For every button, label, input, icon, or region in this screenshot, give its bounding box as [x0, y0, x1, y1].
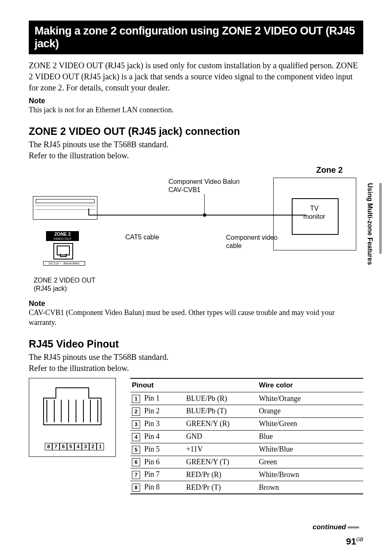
table-header-row: Pinout Wire color	[130, 378, 363, 392]
pin-label: Pin 8	[144, 483, 160, 491]
subheading-connection: ZONE 2 VIDEO OUT (RJ45 jack) connection	[29, 125, 363, 137]
component-cable-label-l2: cable	[226, 242, 242, 249]
cell-signal: RED/Pr (R)	[184, 468, 257, 481]
note-heading-2: Note	[29, 299, 363, 308]
jack-pin-num: 7	[52, 443, 60, 450]
component-cable-label-l1: Component video	[226, 234, 277, 241]
cell-wirecolor: White/Brown	[257, 468, 363, 481]
pin-label: Pin 6	[144, 458, 160, 466]
subheading-pinout: RJ45 Video Pinout	[29, 338, 363, 350]
pin-label: Pin 2	[144, 407, 160, 415]
balun-label-l2: CAV-CVB1	[168, 186, 201, 193]
rj45-port-icon	[53, 243, 73, 259]
th-wirecolor: Wire color	[257, 378, 363, 392]
jack-pin-numbers: 8 7 6 5 4 3 2 1	[45, 443, 104, 450]
note-heading-1: Note	[29, 97, 363, 105]
cell-pin: 8Pin 8	[130, 481, 184, 494]
page-number: 91GB	[346, 536, 363, 547]
pin-label: Pin 5	[144, 445, 160, 453]
page-number-value: 91	[346, 536, 356, 547]
cell-wirecolor: White/Orange	[257, 392, 363, 405]
cell-signal: GREEN/Y (T)	[184, 456, 257, 468]
table-row: 8Pin 8RED/Pr (T)Brown	[130, 481, 363, 494]
cell-wirecolor: White/Blue	[257, 443, 363, 456]
pin-number-box: 4	[132, 433, 140, 441]
jack-pin-num: 5	[67, 443, 74, 450]
table-row: 4Pin 4GNDBlue	[130, 430, 363, 443]
cell-wirecolor: Brown	[257, 481, 363, 494]
dc-rating-label: DC11V ⎓ 30mA MAX	[43, 261, 85, 266]
pin-label: Pin 3	[144, 419, 160, 428]
note-body-1: This jack is not for an Ethernet LAN con…	[29, 105, 363, 115]
connection-text-1: The RJ45 pinouts use the T568B standard.	[29, 139, 363, 150]
component-cable-label: Component video cable	[226, 234, 277, 250]
connection-text-2: Refer to the illustration below.	[29, 150, 363, 161]
cell-signal: +11V	[184, 443, 257, 456]
cell-pin: 7Pin 7	[130, 468, 184, 481]
cell-pin: 3Pin 3	[130, 417, 184, 430]
cell-signal: GREEN/Y (R)	[184, 417, 257, 430]
jack-pin-num: 2	[89, 443, 97, 450]
pin-number-box: 2	[132, 408, 140, 416]
pin-number-box: 7	[132, 471, 140, 479]
cell-pin: 6Pin 6	[130, 456, 184, 468]
pinout-content-row: 8 7 6 5 4 3 2 1 Pinout Wire color 1Pin 1…	[29, 378, 363, 494]
jack-pin-num: 1	[97, 443, 104, 450]
table-row: 5Pin 5+11VWhite/Blue	[130, 443, 363, 456]
jack-pin-num: 3	[82, 443, 89, 450]
tv-monitor-label: TV monitor	[292, 204, 337, 221]
connection-diagram: Zone 2 Component Video Balun CAV-CVB1 ZO…	[29, 165, 363, 297]
cell-pin: 4Pin 4	[130, 430, 184, 443]
cell-pin: 5Pin 5	[130, 443, 184, 456]
pin-label: Pin 4	[144, 432, 160, 440]
pinout-table: Pinout Wire color 1Pin 1BLUE/Pb (R)White…	[130, 378, 363, 494]
zone2-video-out-caption: ZONE 2 VIDEO OUT (RJ45 jack)	[34, 276, 95, 293]
pin-number-box: 8	[132, 484, 140, 492]
table-row: 7Pin 7RED/Pr (R)White/Brown	[130, 468, 363, 481]
table-row: 6Pin 6GREEN/Y (T)Green	[130, 456, 363, 468]
page-title: Making a zone 2 configuration using ZONE…	[35, 25, 357, 50]
continued-indicator: continued	[313, 523, 359, 531]
pin-label: Pin 7	[144, 470, 160, 478]
section-title-vertical: Using Multi-zone Features	[366, 183, 374, 265]
zone2-port-label-top: ZONE 2	[46, 231, 79, 237]
cell-pin: 1Pin 1	[130, 392, 184, 405]
balun-label: Component Video Balun CAV-CVB1	[168, 178, 240, 194]
zone2-out-l1: ZONE 2 VIDEO OUT	[34, 277, 95, 284]
side-tab-indicator	[379, 183, 382, 254]
jack-pin-num: 8	[45, 443, 52, 450]
cell-signal: RED/Pr (T)	[184, 481, 257, 494]
receiver-rear-panel	[33, 196, 97, 220]
cell-wirecolor: Blue	[257, 430, 363, 443]
balun-leader-line	[204, 194, 205, 215]
pin-label: Pin 1	[144, 394, 160, 402]
page-number-suffix: GB	[356, 537, 363, 542]
cell-signal: BLUE/Pb (T)	[184, 405, 257, 418]
receiver-illustration: ZONE 2 VIDEO OUT DC11V ⎓ 30mA MAX	[33, 196, 97, 260]
tv-label-l1: TV	[310, 205, 318, 212]
table-row: 3Pin 3GREEN/Y (R)White/Green	[130, 417, 363, 430]
jack-pin-num: 6	[60, 443, 67, 450]
zone2-heading: Zone 2	[316, 165, 343, 175]
tv-label-l2: monitor	[303, 213, 325, 220]
zone2-port-label-bottom: VIDEO OUT	[46, 237, 79, 241]
cell-pin: 2Pin 2	[130, 405, 184, 418]
pin-number-box: 5	[132, 446, 140, 454]
balun-label-l1: Component Video Balun	[168, 178, 240, 185]
pinout-text-2: Refer to the illustration below.	[29, 363, 363, 374]
cell-signal: BLUE/Pb (R)	[184, 392, 257, 405]
pinout-text-1: The RJ45 pinouts use the T568B standard.	[29, 352, 363, 363]
pin-number-box: 6	[132, 458, 140, 466]
cell-signal: GND	[184, 430, 257, 443]
pin-number-box: 3	[132, 420, 140, 429]
rj45-jack-diagram: 8 7 6 5 4 3 2 1	[29, 378, 116, 457]
jack-pin-num: 4	[74, 443, 82, 450]
note-body-2: CAV-CVB1 (Component Video Balun) must be…	[29, 308, 363, 327]
balun-node-dot	[203, 213, 206, 217]
title-bar: Making a zone 2 configuration using ZONE…	[29, 21, 363, 54]
zone2-out-l2: (RJ45 jack)	[34, 285, 67, 292]
table-row: 2Pin 2BLUE/Pb (T)Orange	[130, 405, 363, 418]
page: Using Multi-zone Features Making a zone …	[0, 0, 392, 556]
jack-pin-lines	[46, 400, 98, 424]
cell-wirecolor: Orange	[257, 405, 363, 418]
